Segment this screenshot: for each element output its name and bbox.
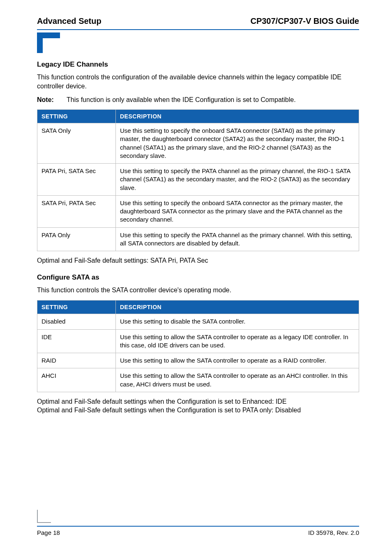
table-row: Disabled Use this setting to disable the… bbox=[37, 314, 359, 329]
default-settings-text: Optimal and Fail-Safe default settings w… bbox=[37, 397, 359, 415]
header-right: CP307/CP307-V BIOS Guide bbox=[250, 16, 359, 26]
cell-setting: PATA Only bbox=[37, 227, 116, 251]
table-row: IDE Use this setting to allow the SATA c… bbox=[37, 329, 359, 353]
cell-description: Use this setting to specify the PATA cha… bbox=[116, 164, 359, 196]
svg-rect-4 bbox=[37, 522, 51, 523]
cell-setting: AHCI bbox=[37, 368, 116, 392]
table-row: RAID Use this setting to allow the SATA … bbox=[37, 353, 359, 368]
table-row: PATA Pri, SATA Sec Use this setting to s… bbox=[37, 164, 359, 196]
note-text: This function is only available when the… bbox=[67, 96, 296, 104]
section-title-configure-sata: Configure SATA as bbox=[37, 273, 359, 282]
section-intro: This function controls the configuration… bbox=[37, 73, 359, 90]
note-label: Note: bbox=[37, 96, 67, 104]
table-header-setting: SETTING bbox=[37, 301, 116, 314]
note-row: Note: This function is only available wh… bbox=[37, 96, 359, 104]
cell-description: Use this setting to specify the onboard … bbox=[116, 123, 359, 164]
cell-description: Use this setting to allow the SATA contr… bbox=[116, 368, 359, 392]
table-header-description: DESCRIPTION bbox=[116, 301, 359, 314]
header-rule bbox=[37, 29, 359, 30]
footer-rule bbox=[37, 526, 359, 527]
header-left: Advanced Setup bbox=[37, 16, 101, 26]
cell-setting: Disabled bbox=[37, 314, 116, 329]
cell-setting: SATA Pri, PATA Sec bbox=[37, 195, 116, 227]
table-row: AHCI Use this setting to allow the SATA … bbox=[37, 368, 359, 392]
cell-setting: SATA Only bbox=[37, 123, 116, 164]
configure-sata-table: SETTING DESCRIPTION Disabled Use this se… bbox=[37, 300, 359, 392]
table-row: PATA Only Use this setting to specify th… bbox=[37, 227, 359, 251]
cell-description: Use this setting to disable the SATA con… bbox=[116, 314, 359, 329]
svg-rect-3 bbox=[37, 510, 38, 523]
table-header-description: DESCRIPTION bbox=[116, 110, 359, 123]
section-intro: This function controls the SATA controll… bbox=[37, 286, 359, 295]
svg-rect-1 bbox=[37, 32, 60, 38]
footer-id: ID 35978, Rev. 2.0 bbox=[308, 529, 359, 536]
cell-description: Use this setting to allow the SATA contr… bbox=[116, 329, 359, 353]
logo-icon bbox=[37, 32, 359, 53]
cell-setting: PATA Pri, SATA Sec bbox=[37, 164, 116, 196]
cell-description: Use this setting to specify the PATA cha… bbox=[116, 227, 359, 251]
footer-page: Page 18 bbox=[37, 529, 60, 536]
svg-rect-2 bbox=[43, 38, 60, 53]
default-pata-only: Optimal and Fail-Safe default settings w… bbox=[37, 407, 301, 414]
table-row: SATA Pri, PATA Sec Use this setting to s… bbox=[37, 195, 359, 227]
cell-description: Use this setting to specify the onboard … bbox=[116, 195, 359, 227]
section-title-legacy-ide: Legacy IDE Channels bbox=[37, 60, 359, 69]
cell-description: Use this setting to allow the SATA contr… bbox=[116, 353, 359, 368]
footer-mark-icon bbox=[37, 510, 51, 525]
table-row: SATA Only Use this setting to specify th… bbox=[37, 123, 359, 164]
legacy-ide-table: SETTING DESCRIPTION SATA Only Use this s… bbox=[37, 109, 359, 251]
cell-setting: IDE bbox=[37, 329, 116, 353]
cell-setting: RAID bbox=[37, 353, 116, 368]
default-settings-text: Optimal and Fail-Safe default settings: … bbox=[37, 256, 359, 265]
table-header-setting: SETTING bbox=[37, 110, 116, 123]
default-enhanced: Optimal and Fail-Safe default settings w… bbox=[37, 398, 286, 405]
